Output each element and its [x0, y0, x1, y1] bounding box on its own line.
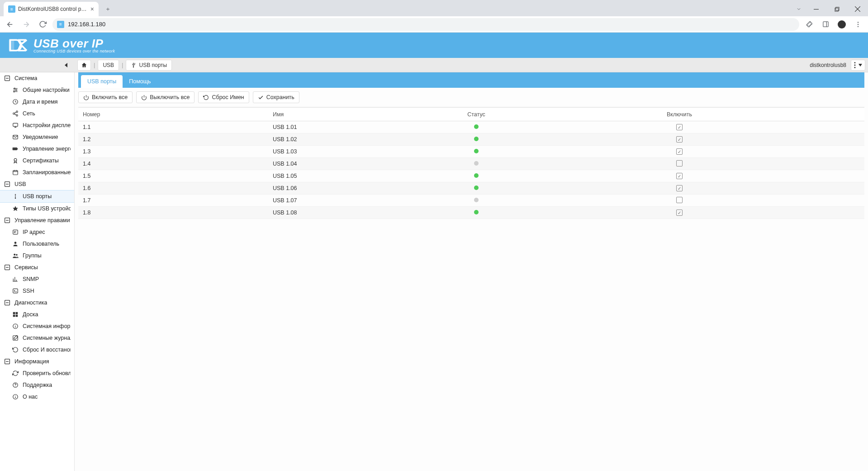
- sidebar-item-snmp[interactable]: SNMP: [0, 273, 74, 285]
- sidebar-item-datetime[interactable]: Дата и время: [0, 96, 74, 108]
- col-header-status[interactable]: Статус: [458, 111, 494, 118]
- new-tab-button[interactable]: ＋: [101, 3, 114, 15]
- sidebar-item-notify[interactable]: Уведомление: [0, 131, 74, 143]
- enable-checkbox[interactable]: ✓: [676, 124, 683, 130]
- user-menu-button[interactable]: [851, 60, 865, 71]
- tab-usb-ports[interactable]: USB порты: [81, 75, 123, 88]
- sidebar-item-about[interactable]: О нас: [0, 391, 74, 403]
- sidebar-item-display[interactable]: Настройки дисплея: [0, 119, 74, 131]
- site-info-icon[interactable]: ≡: [57, 21, 64, 28]
- table-row[interactable]: 1.3USB 1.03✓: [78, 146, 864, 158]
- content-tabs: USB порты Помощь: [78, 72, 864, 88]
- minimize-button[interactable]: [806, 2, 826, 16]
- profile-avatar[interactable]: [835, 18, 848, 31]
- sidebar-item-power[interactable]: Управление энергопотр: [0, 143, 74, 155]
- sidebar-group-info[interactable]: Информация: [0, 356, 74, 367]
- table-row[interactable]: 1.8USB 1.08✓: [78, 207, 864, 219]
- table-row[interactable]: 1.2USB 1.02✓: [78, 133, 864, 146]
- cell-number: 1.8: [78, 209, 268, 216]
- table-row[interactable]: 1.1USB 1.01✓: [78, 121, 864, 133]
- disable-all-button[interactable]: Выключить все: [136, 91, 194, 103]
- sidebar-item-user[interactable]: Пользователь: [0, 238, 74, 250]
- mail-icon: [12, 133, 19, 141]
- sidebar-group-diag[interactable]: Диагностика: [0, 297, 74, 309]
- sidebar-item-reset[interactable]: Сброс И восстановление: [0, 344, 74, 356]
- sidebar-item-cron[interactable]: Запланированные задан: [0, 167, 74, 178]
- sidebar-group-usb[interactable]: USB: [0, 178, 74, 190]
- table-header: Номер Имя Статус Включить: [78, 108, 864, 121]
- svg-point-28: [14, 91, 14, 92]
- svg-point-32: [16, 114, 18, 116]
- usb-icon: [131, 62, 136, 68]
- enable-checkbox[interactable]: ✓: [676, 173, 683, 179]
- cell-status: [458, 173, 494, 179]
- breadcrumb-level1[interactable]: USB: [98, 60, 119, 71]
- sidebar-item-ip[interactable]: IP IP адрес: [0, 226, 74, 238]
- table-row[interactable]: 1.7USB 1.07: [78, 195, 864, 207]
- sidebar-item-updates[interactable]: Проверить обновления: [0, 367, 74, 379]
- col-header-name[interactable]: Имя: [268, 111, 458, 118]
- reset-names-button[interactable]: Сброс Имен: [198, 91, 249, 103]
- sidebar-item-general[interactable]: Общие настройки: [0, 84, 74, 96]
- sidebar-item-certs[interactable]: Сертификаты: [0, 155, 74, 167]
- sidebar-item-network[interactable]: Сеть: [0, 108, 74, 119]
- enable-checkbox[interactable]: [676, 197, 683, 203]
- back-button[interactable]: [4, 18, 16, 31]
- sidebar-item-ssh[interactable]: SSH: [0, 285, 74, 297]
- tab-help[interactable]: Помощь: [123, 75, 157, 88]
- sidebar-collapse-button[interactable]: [0, 58, 75, 72]
- minus-box-icon: [4, 264, 11, 271]
- enable-checkbox[interactable]: ✓: [676, 148, 683, 155]
- breadcrumb-level2[interactable]: USB порты: [126, 60, 172, 71]
- svg-rect-50: [15, 195, 16, 198]
- omnibox[interactable]: ≡ 192.168.1.180: [52, 18, 799, 31]
- reload-button[interactable]: [36, 18, 49, 31]
- power-icon: [83, 95, 89, 100]
- side-panel-icon[interactable]: [819, 18, 832, 31]
- cell-status: [458, 124, 494, 130]
- browser-window: ≡ DistKontrolUSB8 control panel - × ＋: [0, 0, 868, 471]
- enable-checkbox[interactable]: [676, 160, 683, 167]
- sidebar-item-groups[interactable]: Группы: [0, 250, 74, 262]
- table-row[interactable]: 1.4USB 1.04: [78, 158, 864, 170]
- col-header-enable[interactable]: Включить: [494, 111, 864, 118]
- sidebar-group-services[interactable]: Сервисы: [0, 262, 74, 273]
- app-subbar: | USB | USB порты distkontrolusb8: [0, 58, 868, 72]
- cell-enable: [494, 197, 864, 205]
- browser-tab[interactable]: ≡ DistKontrolUSB8 control panel - ×: [4, 2, 99, 16]
- svg-rect-72: [13, 315, 15, 317]
- save-button[interactable]: Сохранить: [253, 91, 299, 103]
- maximize-button[interactable]: [826, 2, 847, 16]
- cell-number: 1.2: [78, 136, 268, 143]
- share-icon: [12, 110, 19, 117]
- sidebar-item-usb-ports[interactable]: USB порты: [0, 190, 74, 203]
- sidebar-group-system[interactable]: Система: [0, 72, 74, 84]
- sidebar-item-sysinfo[interactable]: Системная информация: [0, 320, 74, 332]
- close-tab-icon[interactable]: ×: [90, 6, 94, 12]
- forward-button[interactable]: [20, 18, 33, 31]
- extensions-icon[interactable]: [803, 18, 816, 31]
- table-row[interactable]: 1.5USB 1.05✓: [78, 170, 864, 182]
- status-dot-icon: [474, 161, 479, 166]
- chevron-down-icon[interactable]: [792, 2, 806, 16]
- sidebar-item-dash[interactable]: Доска: [0, 309, 74, 320]
- sidebar-item-usb-types[interactable]: Типы USB устройств: [0, 203, 74, 214]
- enable-checkbox[interactable]: ✓: [676, 136, 683, 143]
- table-row[interactable]: 1.6USB 1.06✓: [78, 182, 864, 195]
- sidebar-group-acl[interactable]: Управление правами досту: [0, 214, 74, 226]
- cell-number: 1.7: [78, 197, 268, 204]
- info-icon: [12, 323, 19, 330]
- enable-all-button[interactable]: Включить все: [78, 91, 133, 103]
- sidebar-item-syslog[interactable]: Системные журналы: [0, 332, 74, 344]
- close-window-button[interactable]: [847, 2, 868, 16]
- enable-checkbox[interactable]: ✓: [676, 209, 683, 216]
- breadcrumb-home[interactable]: [77, 60, 91, 71]
- user-name: distkontrolusb8: [810, 62, 848, 68]
- enable-checkbox[interactable]: ✓: [676, 185, 683, 191]
- cell-enable: ✓: [494, 173, 864, 180]
- svg-point-18: [854, 64, 856, 66]
- col-header-number[interactable]: Номер: [78, 111, 268, 118]
- window-controls: [792, 2, 868, 16]
- sidebar-item-support[interactable]: Поддержка: [0, 379, 74, 391]
- browser-menu-icon[interactable]: [852, 18, 864, 31]
